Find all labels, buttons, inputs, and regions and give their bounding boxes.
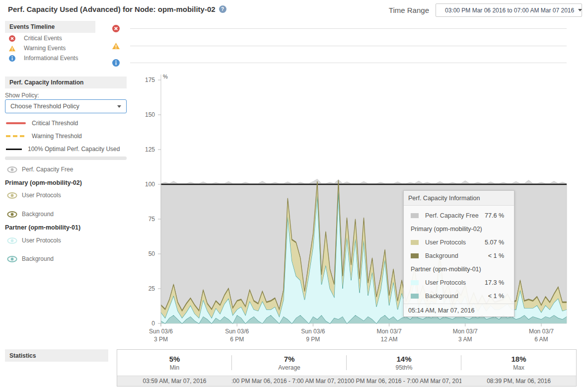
stat-max-detail: 08:39 PM, Mar 06, 2016 xyxy=(461,376,576,386)
svg-text:%: % xyxy=(163,74,168,79)
legend-label: Critical Events xyxy=(24,35,62,42)
warning-events-timeline-line xyxy=(130,46,567,46)
tooltip-header: Perf. Capacity Information xyxy=(404,191,514,206)
color-swatch xyxy=(411,253,419,258)
stat-label: Max xyxy=(513,364,524,371)
eye-icon xyxy=(7,237,17,244)
stat-value: 14% xyxy=(396,355,411,363)
svg-text:Mon 03/712 AM: Mon 03/712 AM xyxy=(377,328,402,343)
tooltip-group-primary: Primary (opm-mobility-02) xyxy=(404,222,514,235)
legend-label: Background xyxy=(22,255,54,262)
tooltip-label: Background xyxy=(425,293,458,300)
legend-label: 100% Optimal Perf. Capacity Used xyxy=(28,146,120,153)
legend-label: Informational Events xyxy=(24,55,78,62)
group-partner-label: Partner (opm-mobility-01) xyxy=(5,224,80,231)
svg-text:Sun 03/69 PM: Sun 03/69 PM xyxy=(301,328,325,343)
tooltip-value: 77.6 % xyxy=(485,212,504,219)
legend-item-critical-events: Critical Events xyxy=(9,35,62,42)
color-swatch xyxy=(411,213,419,218)
page-title: Perf. Capacity Used (Advanced) for Node:… xyxy=(8,5,216,13)
stat-min: 5% Min xyxy=(117,350,232,376)
legend-perf-capacity-free[interactable]: Perf. Capacity Free xyxy=(7,166,73,173)
color-swatch xyxy=(411,294,419,299)
stat-min-detail: 03:59 AM, Mar 07, 2016 xyxy=(117,376,232,386)
tooltip-row-primary-background: Background < 1 % xyxy=(404,249,514,262)
legend-critical-threshold: Critical Threshold xyxy=(6,120,78,127)
threshold-policy-select[interactable]: Choose Threshold Policy xyxy=(5,99,127,113)
legend-optimal-line: 100% Optimal Perf. Capacity Used xyxy=(6,146,120,153)
legend-label: Warning Threshold xyxy=(32,133,82,140)
stat-value: 5% xyxy=(169,355,180,363)
stat-value: 18% xyxy=(511,355,526,363)
tooltip-group-partner: Partner (opm-mobility-01) xyxy=(404,262,514,276)
tooltip-row-primary-user-protocols: User Protocols 5.07 % xyxy=(404,235,514,249)
svg-text:0: 0 xyxy=(151,320,155,327)
svg-text:100: 100 xyxy=(145,181,155,188)
svg-text:150: 150 xyxy=(145,111,155,118)
eye-icon xyxy=(7,192,17,199)
perf-capacity-info-header: Perf. Capacity Information xyxy=(5,77,127,88)
tooltip-label: User Protocols xyxy=(425,279,466,286)
svg-text:Mon 03/76 AM: Mon 03/76 AM xyxy=(529,328,554,343)
tooltip-timestamp: 05:14 AM, Mar 07, 2016 xyxy=(404,304,514,316)
critical-threshold-swatch xyxy=(6,122,26,124)
stat-label: Average xyxy=(278,364,300,371)
svg-text:75: 75 xyxy=(148,216,155,223)
legend-item-warning-events: Warning Events xyxy=(9,45,66,52)
tooltip-label: Perf. Capacity Free xyxy=(425,212,479,219)
tooltip-label: Background xyxy=(425,252,458,259)
legend-primary-background[interactable]: Background xyxy=(7,211,54,218)
legend-label: User Protocols xyxy=(22,237,61,244)
stat-95th-detail: 3:00 PM Mar 06, 2016 - 7:00 AM Mar 07, 2… xyxy=(347,376,461,386)
time-range-picker[interactable]: 03:00 PM Mar 06 2016 to 07:00 AM Mar 07 … xyxy=(436,3,582,17)
show-policy-label: Show Policy: xyxy=(5,92,39,99)
tooltip-row-partner-user-protocols: User Protocols 17.3 % xyxy=(404,276,514,289)
time-range-control: Time Range 03:00 PM Mar 06 2016 to 07:00… xyxy=(389,3,582,17)
tooltip-value: 5.07 % xyxy=(485,239,504,246)
svg-text:Mon 03/73 AM: Mon 03/73 AM xyxy=(453,328,478,343)
legend-partner-user-protocols[interactable]: User Protocols xyxy=(7,237,61,244)
stat-average: 7% Average xyxy=(232,350,347,376)
tooltip-value: < 1 % xyxy=(488,293,504,300)
svg-text:25: 25 xyxy=(148,285,155,292)
perf-capacity-view: Perf. Capacity Used (Advanced) for Node:… xyxy=(0,0,588,391)
statistics-header: Statistics xyxy=(5,349,108,362)
legend-primary-user-protocols[interactable]: User Protocols xyxy=(7,192,61,199)
legend-warning-threshold: Warning Threshold xyxy=(6,133,82,140)
svg-text:125: 125 xyxy=(145,146,155,153)
info-icon xyxy=(9,55,15,62)
tooltip-value: 17.3 % xyxy=(485,279,504,286)
events-timeline-header: Events Timeline xyxy=(5,21,95,33)
chevron-down-icon xyxy=(578,9,582,11)
tooltip-value: < 1 % xyxy=(488,252,504,259)
help-icon[interactable]: ? xyxy=(219,5,226,13)
stat-average-detail: 3:00 PM Mar 06, 2016 - 7:00 AM Mar 07, 2… xyxy=(232,376,347,386)
optimal-line-swatch xyxy=(6,149,22,150)
eye-icon xyxy=(7,211,17,218)
warning-icon xyxy=(9,45,15,52)
time-range-label: Time Range xyxy=(389,6,429,14)
time-range-value: 03:00 PM Mar 06 2016 to 07:00 AM Mar 07 … xyxy=(445,7,574,14)
tooltip-label: User Protocols xyxy=(425,239,466,246)
chart-tooltip: Perf. Capacity Information Perf. Capacit… xyxy=(403,190,514,317)
legend-label: User Protocols xyxy=(22,192,61,199)
color-swatch xyxy=(411,280,419,285)
group-primary-label: Primary (opm-mobility-02) xyxy=(5,179,82,186)
svg-text:50: 50 xyxy=(148,250,155,257)
critical-events-timeline-icon xyxy=(112,25,120,32)
stat-95th: 14% 95th% xyxy=(347,350,461,376)
info-events-timeline-icon xyxy=(112,59,120,67)
statistics-table: 5% Min 7% Average 14% 95th% 18% Max 03:5… xyxy=(117,349,577,387)
stat-max: 18% Max xyxy=(461,350,576,376)
legend-label: Background xyxy=(22,211,54,218)
stat-label: Min xyxy=(170,364,179,371)
color-swatch xyxy=(411,240,419,245)
info-events-timeline-line xyxy=(130,63,567,63)
sidebar-scrollbar[interactable] xyxy=(5,156,127,160)
eye-icon xyxy=(7,166,17,173)
svg-text:Sun 03/63 PM: Sun 03/63 PM xyxy=(149,328,173,343)
legend-partner-background[interactable]: Background xyxy=(7,255,54,262)
chevron-down-icon xyxy=(117,105,121,108)
page-title-row: Perf. Capacity Used (Advanced) for Node:… xyxy=(8,5,226,13)
critical-icon xyxy=(9,35,15,42)
